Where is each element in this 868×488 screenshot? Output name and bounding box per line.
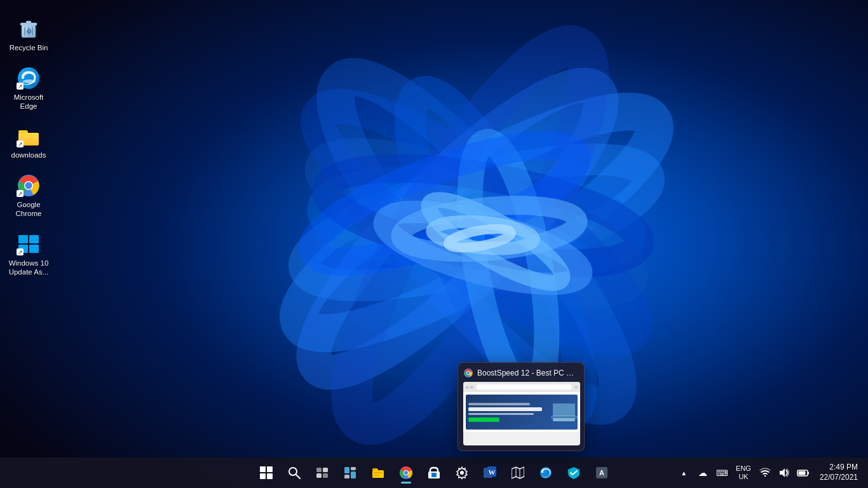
chrome-icon: ↗	[16, 173, 41, 198]
start-button[interactable]	[254, 460, 279, 485]
svg-rect-39	[29, 235, 39, 243]
thumb-cta-button	[468, 417, 499, 422]
thumb-laptop-image	[553, 403, 575, 421]
svg-marker-69	[512, 467, 524, 478]
tray-overflow-button[interactable]: ▲	[676, 465, 691, 480]
word-icon: W	[484, 466, 496, 479]
word-button[interactable]: W	[477, 460, 503, 485]
taskbar: W	[0, 458, 868, 488]
svg-marker-75	[780, 468, 785, 477]
svg-rect-58	[374, 472, 383, 473]
desktop-icons-container: ♻ Recycle Bin	[0, 6, 57, 289]
desktop-icon-microsoft-edge[interactable]: ↗ Microsoft Edge	[3, 62, 54, 114]
settings-button[interactable]	[449, 460, 475, 485]
svg-rect-57	[372, 470, 384, 478]
clock-time: 2:49 PM	[820, 463, 858, 473]
keyboard-tray-icon[interactable]: ⌨	[714, 465, 729, 480]
svg-point-62	[404, 471, 408, 475]
edge-taskbar-icon	[539, 466, 552, 479]
thumb-url-bar	[477, 384, 571, 390]
svg-text:↗: ↗	[18, 191, 23, 197]
desktop-icon-windows-update[interactable]: ↗ Windows 10 Update As...	[3, 228, 54, 280]
desktop-icon-recycle-bin[interactable]: ♻ Recycle Bin	[3, 13, 54, 56]
svg-rect-38	[18, 235, 28, 243]
recycle-bin-icon: ♻	[16, 16, 41, 41]
store-button[interactable]	[421, 460, 447, 485]
thumb-hero	[466, 395, 578, 430]
chrome-preview-thumbnail	[463, 382, 580, 445]
recycle-bin-label: Recycle Bin	[10, 44, 48, 53]
svg-rect-53	[344, 467, 349, 473]
svg-rect-64	[431, 473, 437, 477]
svg-rect-20	[26, 21, 31, 24]
svg-rect-51	[316, 473, 322, 478]
downloads-label: downloads	[11, 151, 46, 160]
svg-rect-59	[374, 475, 380, 476]
file-explorer-button[interactable]	[365, 460, 391, 485]
chrome-preview-header: BoostSpeed 12 - Best PC Opti...	[463, 368, 579, 378]
battery-tray-icon[interactable]	[796, 465, 811, 480]
svg-text:↗: ↗	[18, 141, 23, 147]
chrome-taskbar-icon	[399, 466, 413, 480]
widgets-icon	[344, 466, 356, 479]
settings-icon	[456, 466, 468, 479]
desktop-icon-google-chrome[interactable]: ↗ Google Chrome	[3, 170, 54, 222]
desktop-icon-downloads[interactable]: ↗ downloads	[3, 120, 54, 163]
thumb-browser-nav	[463, 382, 580, 392]
svg-rect-55	[344, 475, 349, 478]
thumb-text-block	[468, 403, 550, 422]
network-tray-icon[interactable]	[757, 465, 773, 480]
battery-icon	[797, 467, 810, 478]
task-view-icon	[316, 466, 329, 479]
unknown-app-icon: A	[595, 466, 608, 479]
chrome-preview-popup[interactable]: BoostSpeed 12 - Best PC Opti...	[458, 362, 585, 451]
unknown-app-button[interactable]: A	[589, 460, 614, 485]
windows-logo-icon	[260, 466, 273, 479]
edge-icon: ↗	[16, 65, 41, 91]
svg-rect-54	[351, 467, 356, 470]
svg-rect-56	[351, 471, 356, 478]
network-icon	[759, 467, 771, 478]
onedrive-tray-icon[interactable]: ☁	[695, 465, 710, 480]
task-view-button[interactable]	[309, 460, 335, 485]
edge-label: Microsoft Edge	[6, 93, 51, 111]
wallpaper	[0, 0, 868, 488]
defender-button[interactable]	[561, 460, 587, 485]
svg-text:↗: ↗	[18, 249, 23, 255]
clock-date: 22/07/2021	[820, 473, 858, 483]
svg-rect-49	[316, 468, 322, 472]
search-button[interactable]	[281, 460, 307, 485]
svg-text:♻: ♻	[26, 28, 32, 35]
taskbar-center: W	[254, 460, 614, 485]
svg-point-26	[23, 79, 36, 83]
downloads-folder-icon: ↗	[16, 123, 41, 149]
edge-taskbar-button[interactable]	[533, 460, 559, 485]
volume-tray-icon[interactable]	[776, 465, 792, 480]
svg-rect-52	[323, 473, 328, 478]
maps-icon	[512, 466, 524, 479]
svg-text:A: A	[599, 469, 604, 477]
svg-point-46	[467, 372, 470, 374]
svg-rect-77	[798, 471, 805, 475]
svg-rect-50	[323, 468, 328, 472]
svg-point-47	[289, 468, 297, 475]
chrome-preview-icon	[463, 368, 473, 378]
thumb-content	[463, 392, 580, 432]
maps-button[interactable]	[505, 460, 531, 485]
svg-point-35	[25, 182, 32, 189]
chrome-label: Google Chrome	[6, 201, 51, 219]
volume-icon	[778, 467, 790, 478]
svg-point-65	[460, 471, 464, 475]
defender-icon	[567, 466, 580, 479]
desktop: ♻ Recycle Bin	[0, 0, 868, 488]
chrome-taskbar-button[interactable]	[393, 460, 419, 485]
windows-update-icon: ↗	[16, 231, 41, 257]
search-icon	[288, 466, 301, 479]
svg-rect-78	[808, 472, 809, 475]
svg-rect-41	[29, 245, 39, 253]
svg-text:↗: ↗	[18, 83, 23, 90]
system-clock[interactable]: 2:49 PM 22/07/2021	[815, 463, 863, 482]
widgets-button[interactable]	[337, 460, 363, 485]
language-indicator[interactable]: ENG UK	[733, 464, 754, 481]
store-icon	[428, 466, 440, 479]
